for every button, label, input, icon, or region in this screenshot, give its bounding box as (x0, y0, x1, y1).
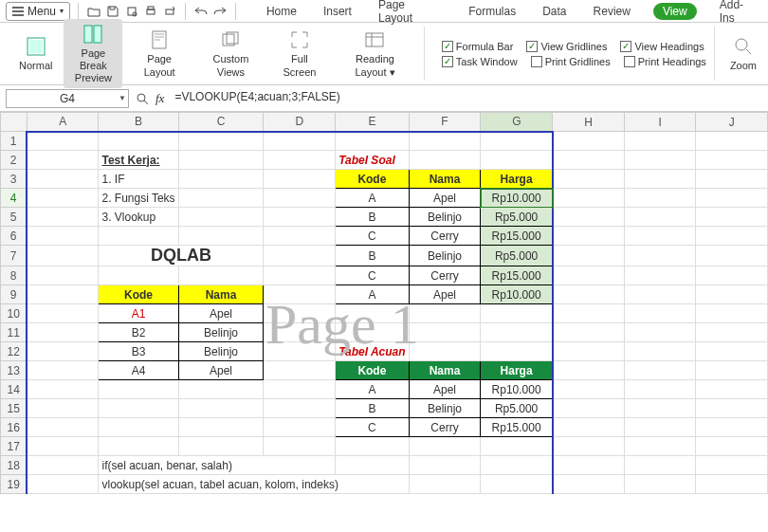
cell-G6: Rp15.000 (492, 229, 541, 243)
name-box-value: G4 (60, 92, 75, 105)
row-17[interactable]: 17 (1, 437, 27, 456)
view-fullscreen-button[interactable]: Full Screen (271, 25, 328, 82)
print-preview-icon[interactable] (124, 4, 139, 19)
row-15[interactable]: 15 (1, 399, 27, 418)
cell-E14: A (368, 383, 375, 396)
cell-F3: Nama (430, 173, 461, 186)
row-8[interactable]: 8 (1, 266, 27, 285)
fx-icon[interactable]: fx (155, 91, 164, 106)
spreadsheet-grid[interactable]: A B C D E F G H I J 1 2 Test Kerja: Tabe… (0, 112, 768, 494)
row-3[interactable]: 3 (1, 170, 27, 189)
formula-text: =VLOOKUP(E4;acuan;3;FALSE) (174, 90, 339, 103)
tab-view[interactable]: View (653, 3, 697, 20)
save-icon[interactable] (105, 4, 120, 19)
col-A[interactable]: A (27, 113, 99, 132)
view-page-break-button[interactable]: Page Break Preview (64, 19, 122, 89)
col-D[interactable]: D (264, 113, 336, 132)
tab-formulas[interactable]: Formulas (465, 3, 520, 20)
cell-F7: Belinjo (428, 249, 462, 263)
col-G[interactable]: G (481, 113, 553, 132)
cell-E8: C (368, 269, 376, 283)
cell-C13: Apel (210, 364, 232, 377)
undo-icon[interactable] (193, 4, 209, 19)
formula-bar: G4 ▼ fx =VLOOKUP(E4;acuan;3;FALSE) (0, 85, 768, 112)
chevron-down-icon[interactable]: ▼ (119, 94, 126, 102)
row-6[interactable]: 6 (1, 227, 27, 246)
grid-area[interactable]: Page 1 A B C D E F G H I J 1 2 Test Kerj… (0, 112, 768, 532)
menu-button[interactable]: Menu ▾ (6, 2, 70, 21)
col-C[interactable]: C (178, 113, 264, 132)
ribbon: Normal Page Break Preview Page Layout Cu… (0, 23, 768, 85)
cell-G3: Harga (501, 173, 533, 186)
cell-E7: B (368, 249, 375, 263)
page-break-icon (82, 23, 104, 46)
check-view-headings[interactable]: ✓View Headings (620, 41, 704, 52)
view-pagebreak-label: Page Break Preview (69, 47, 117, 85)
tab-insert[interactable]: Insert (320, 3, 356, 20)
cell-B2: Test Kerja: (101, 154, 159, 167)
view-pagelayout-label: Page Layout (134, 53, 185, 78)
col-I[interactable]: I (624, 113, 696, 132)
svg-point-13 (736, 39, 747, 50)
cell-E12: Tabel Acuan (338, 345, 405, 358)
view-custom-button[interactable]: Custom Views (196, 25, 265, 82)
open-icon[interactable] (86, 4, 101, 19)
row-12[interactable]: 12 (1, 342, 27, 361)
cell-B4: 2. Fungsi Teks (101, 192, 174, 205)
cell-E13: Kode (357, 364, 386, 377)
check-view-gridlines[interactable]: ✓View Gridlines (526, 41, 607, 52)
col-F[interactable]: F (409, 113, 481, 132)
cell-G8: Rp15.000 (492, 269, 541, 283)
cell-F6: Cerry (430, 229, 458, 243)
menu-label: Menu (27, 5, 56, 18)
row-18[interactable]: 18 (1, 456, 27, 475)
quick-print-icon[interactable] (162, 4, 177, 19)
row-9[interactable]: 9 (1, 285, 27, 304)
print-icon[interactable] (143, 4, 158, 19)
row-10[interactable]: 10 (1, 304, 27, 323)
view-reading-button[interactable]: Reading Layout ▾ (334, 25, 416, 82)
row-7[interactable]: 7 (1, 246, 27, 266)
redo-icon[interactable] (212, 4, 228, 19)
custom-views-icon (219, 28, 242, 51)
row-1[interactable]: 1 (1, 132, 27, 151)
cell-F13: Nama (430, 364, 461, 377)
select-all-corner[interactable] (1, 113, 27, 132)
hamburger-icon (12, 7, 24, 16)
zoom-button[interactable]: Zoom (724, 27, 762, 81)
view-normal-button[interactable]: Normal (13, 31, 58, 76)
cell-E9: A (368, 288, 375, 302)
name-box[interactable]: G4 ▼ (6, 89, 129, 108)
row-2[interactable]: 2 (1, 151, 27, 170)
page-layout-icon (148, 28, 171, 51)
row-5[interactable]: 5 (1, 208, 27, 227)
cell-B12: B3 (132, 345, 146, 358)
col-B[interactable]: B (99, 113, 178, 132)
cell-G16: Rp15.000 (492, 421, 541, 434)
tab-home[interactable]: Home (263, 3, 301, 20)
view-page-layout-button[interactable]: Page Layout (128, 25, 191, 82)
row-16[interactable]: 16 (1, 418, 27, 437)
normal-view-icon (25, 35, 47, 58)
row-4[interactable]: 4 (1, 189, 27, 208)
tab-review[interactable]: Review (590, 3, 634, 20)
tab-data[interactable]: Data (539, 3, 570, 20)
cell-B19: vlookup(sel acuan, tabel acuan, kolom, i… (101, 478, 338, 491)
magnify-icon[interactable] (135, 91, 150, 106)
check-print-headings[interactable]: Print Headings (624, 56, 706, 67)
row-19[interactable]: 19 (1, 475, 27, 494)
row-14[interactable]: 14 (1, 380, 27, 399)
check-print-gridlines[interactable]: Print Gridlines (531, 56, 611, 67)
svg-rect-6 (29, 40, 43, 53)
view-reading-label: Reading Layout ▾ (339, 53, 411, 78)
row-11[interactable]: 11 (1, 323, 27, 342)
col-H[interactable]: H (553, 113, 625, 132)
cell-B18: if(sel acuan, benar, salah) (101, 459, 231, 472)
row-13[interactable]: 13 (1, 361, 27, 380)
svg-rect-0 (128, 8, 136, 15)
formula-input[interactable]: =VLOOKUP(E4;acuan;3;FALSE) (170, 89, 762, 108)
check-task-window[interactable]: ✓Task Window (442, 56, 518, 67)
col-J[interactable]: J (696, 113, 768, 132)
check-formula-bar[interactable]: ✓Formula Bar (442, 41, 514, 52)
col-E[interactable]: E (336, 113, 409, 132)
